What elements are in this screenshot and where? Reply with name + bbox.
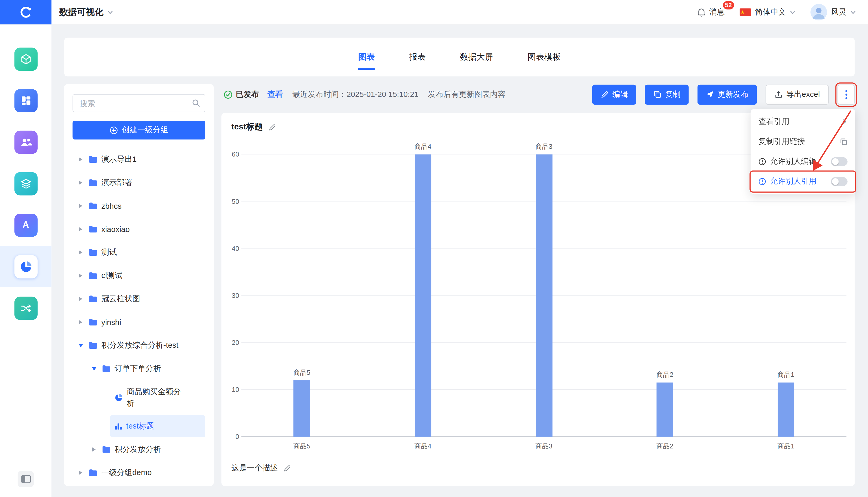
toolbar-buttons: 编辑 复制 更新发布 导出excel [593,84,855,104]
y-tick-label: 30 [229,292,239,299]
info-icon [758,178,766,185]
tab-图表模板[interactable]: 图表模板 [527,52,561,70]
folder-icon [89,295,97,303]
copy-button[interactable]: 复制 [645,84,689,104]
bar-商品3[interactable] [536,155,552,437]
notifications-button[interactable]: 消息 52 [697,7,725,17]
toggle-knob [832,178,839,185]
user-name: 风灵 [831,7,846,17]
caret-right-icon[interactable] [78,273,83,278]
search-box [73,94,205,112]
folder-icon [89,225,97,233]
caret-right-icon[interactable] [78,319,83,325]
search-input[interactable] [73,94,205,112]
x-tick-label: 商品3 [535,442,552,451]
tree-item-测试[interactable]: 测试 [73,241,205,264]
flag-icon: ★ [740,8,751,16]
menu-item-label: 查看引用 [758,117,837,127]
tree-item-积分发放综合分析-test[interactable]: 积分发放综合分析-test [73,334,205,357]
tree-item-label: 订单下单分析 [115,364,161,374]
publish-status: 已发布 [224,89,259,99]
tree-item-zbhcs[interactable]: zbhcs [73,194,205,217]
tree-item-label: cl测试 [101,271,123,281]
toggle-switch[interactable] [831,177,847,186]
export-icon [775,90,783,98]
language-selector[interactable]: ★ 简体中文 [740,7,795,17]
app-window: 数据可视化 消息 52 ★ 简体中文 风灵 [0,0,868,497]
folder-icon [102,445,111,453]
chevron-down-icon[interactable] [108,10,113,14]
collapse-panel-button[interactable] [18,471,34,487]
charts-icon [14,255,38,278]
tab-数据大屏[interactable]: 数据大屏 [460,52,494,70]
bar-商品4[interactable] [415,155,431,437]
tree-item-演示导出1[interactable]: 演示导出1 [73,148,205,171]
edit-title-icon[interactable] [268,123,276,131]
tree-item-yinshi[interactable]: yinshi [73,311,205,334]
search-icon[interactable] [192,99,200,107]
group-tree: 演示导出1演示部署zbhcsxiaoxiao测试cl测试冠云柱状图yinshi积… [73,148,205,484]
tree-item-test标题[interactable]: test标题 [110,415,205,437]
tree-item-一级分组demo[interactable]: 一级分组demo [73,461,205,484]
bell-icon [697,8,706,16]
sidebar-app-list: A [0,24,52,329]
caret-right-icon[interactable] [78,157,83,162]
sidebar-app-data-flow[interactable] [0,287,52,329]
export-excel-button[interactable]: 导出excel [766,84,829,104]
pencil-icon [601,90,609,98]
top-header: 数据可视化 消息 52 ★ 简体中文 风灵 [0,0,868,24]
view-link[interactable]: 查看 [267,89,283,99]
update-publish-button[interactable]: 更新发布 [698,84,757,104]
dashboard-icon [14,89,38,112]
tree-item-演示部署[interactable]: 演示部署 [73,171,205,194]
caret-right-icon[interactable] [78,226,83,232]
bar-value-label: 商品5 [294,368,311,378]
chart-toolbar: 已发布 查看 最近发布时间：2025-01-20 15:10:21 发布后有更新… [222,84,855,104]
bar-商品1[interactable] [778,383,794,437]
bar-商品2[interactable] [657,383,673,437]
sidebar-app-charts[interactable] [0,246,52,287]
edit-button-label: 编辑 [612,89,628,99]
sidebar-app-dashboard[interactable] [0,80,52,122]
caret-down-icon[interactable] [78,343,83,348]
edit-button[interactable]: 编辑 [593,84,636,104]
bar-商品5[interactable] [294,380,310,437]
bar-value-label: 商品1 [777,370,794,380]
menu-item-2[interactable]: 复制引用链接 [751,132,855,152]
tree-item-cl测试[interactable]: cl测试 [73,264,205,287]
tree-item-商品购买金额分析[interactable]: 商品购买金额分析 [73,380,205,415]
user-menu[interactable]: 风灵 [810,4,856,20]
tree-item-xiaoxiao[interactable]: xiaoxiao [73,217,205,241]
toggle-switch[interactable] [831,157,847,166]
caret-down-icon[interactable] [91,366,97,371]
copy-icon [840,138,848,146]
copy-icon [653,90,661,98]
page-title: 数据可视化 [59,6,103,18]
menu-item-1[interactable]: 查看引用 [751,112,855,132]
sidebar-app-organization[interactable] [0,121,52,163]
caret-right-icon[interactable] [78,470,83,475]
create-group-button[interactable]: 创建一级分组 [73,120,205,140]
caret-right-icon[interactable] [78,180,83,185]
publish-time-label: 最近发布时间：2025-01-20 15:10:21 [292,89,418,99]
tab-图表[interactable]: 图表 [358,52,374,70]
menu-item-4[interactable]: 允许别人引用 [751,171,855,191]
messages-badge: 52 [723,1,734,9]
sidebar-app-data-cube[interactable] [0,38,52,80]
caret-right-icon[interactable] [78,296,83,301]
caret-right-icon[interactable] [78,203,83,209]
tree-item-订单下单分析[interactable]: 订单下单分析 [73,357,205,380]
sidebar-app-ai-assistant[interactable]: A [0,204,52,246]
more-actions-button[interactable] [838,84,855,104]
caret-right-icon[interactable] [78,250,83,255]
folder-icon [89,341,97,349]
app-logo[interactable] [0,0,52,24]
group-tree-panel: 创建一级分组 演示导出1演示部署zbhcsxiaoxiao测试cl测试冠云柱状图… [64,84,214,486]
edit-description-icon[interactable] [283,465,291,472]
tree-item-积分发放分析[interactable]: 积分发放分析 [73,438,205,461]
sidebar-app-dataset-layers[interactable] [0,163,52,204]
tab-报表[interactable]: 报表 [409,52,426,70]
tree-item-冠云柱状图[interactable]: 冠云柱状图 [73,287,205,311]
menu-item-3[interactable]: 允许别人编辑 [751,152,855,171]
caret-right-icon[interactable] [91,446,97,452]
